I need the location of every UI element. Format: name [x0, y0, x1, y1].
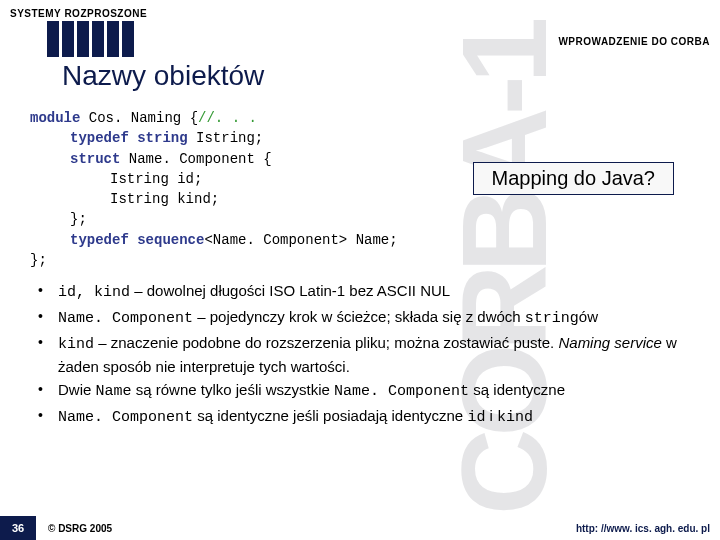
slide-content: module Cos. Naming {//. . . typedef stri…: [30, 108, 690, 431]
footer-url: http: //www. ics. agh. edu. pl: [576, 523, 710, 534]
copyright: © DSRG 2005: [48, 523, 112, 534]
list-item: kind – znaczenie podobne do rozszerzenia…: [34, 332, 690, 378]
list-item: id, kind – dowolnej długości ISO Latin-1…: [34, 280, 690, 304]
list-item: Name. Component są identyczne jeśli posi…: [34, 405, 690, 429]
footer: 36 © DSRG 2005 http: //www. ics. agh. ed…: [0, 516, 720, 540]
bullet-list: id, kind – dowolnej długości ISO Latin-1…: [30, 280, 690, 429]
slide-title: Nazwy obiektów: [62, 60, 264, 92]
code-block: module Cos. Naming {//. . . typedef stri…: [30, 108, 690, 270]
list-item: Name. Component – pojedynczy krok w ście…: [34, 306, 690, 330]
list-item: Dwie Name są równe tylko jeśli wszystkie…: [34, 379, 690, 403]
header-left: SYSTEMY ROZPROSZONE: [10, 8, 147, 19]
page-number: 36: [0, 516, 36, 540]
decorative-bars: [47, 21, 134, 57]
header-right: WPROWADZENIE DO CORBA: [558, 36, 710, 47]
